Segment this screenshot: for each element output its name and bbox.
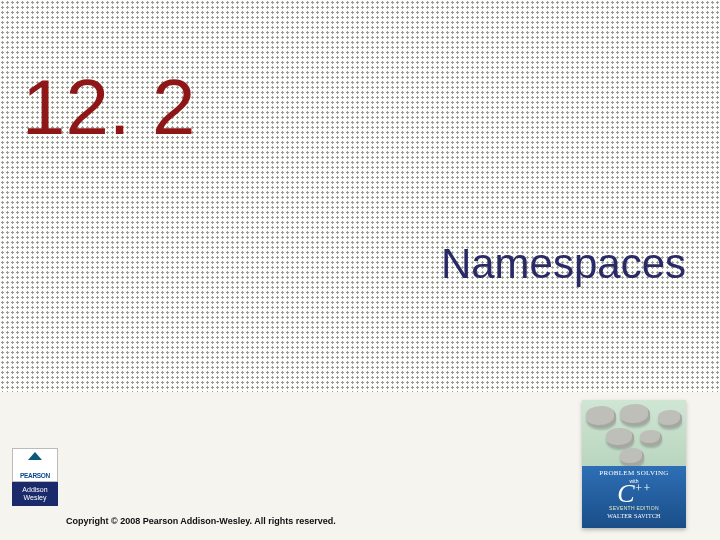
- pearson-imprint-line1: Addison: [22, 486, 47, 494]
- book-title: PROBLEM SOLVING: [586, 469, 682, 477]
- book-lang-sup: ++: [635, 481, 651, 495]
- pearson-logo-top: PEARSON: [12, 448, 58, 482]
- section-number: 12. 2: [22, 62, 195, 153]
- book-edition: SEVENTH EDITION: [586, 505, 682, 511]
- stone-icon: [658, 410, 682, 428]
- book-lang-main: C: [617, 479, 634, 508]
- pearson-logo-bottom: Addison Wesley: [12, 482, 58, 506]
- book-title-band: PROBLEM SOLVING with C++ SEVENTH EDITION…: [582, 466, 686, 528]
- stone-icon: [620, 404, 650, 426]
- book-language: C++: [586, 482, 682, 505]
- title-area: 12. 2 Namespaces: [0, 0, 720, 392]
- copyright-text: Copyright © 2008 Pearson Addison-Wesley.…: [66, 516, 336, 526]
- pearson-brand-text: PEARSON: [20, 472, 50, 479]
- pearson-imprint-line2: Wesley: [24, 494, 47, 502]
- slide: 12. 2 Namespaces PEARSON Addison Wesley …: [0, 0, 720, 540]
- stone-icon: [620, 448, 644, 466]
- stone-icon: [606, 428, 634, 448]
- book-cover: PROBLEM SOLVING with C++ SEVENTH EDITION…: [582, 400, 686, 528]
- section-title: Namespaces: [441, 240, 686, 288]
- pearson-logo: PEARSON Addison Wesley: [12, 448, 58, 506]
- book-author: WALTER SAVITCH: [586, 513, 682, 519]
- stone-icon: [640, 430, 662, 446]
- stone-icon: [586, 406, 616, 428]
